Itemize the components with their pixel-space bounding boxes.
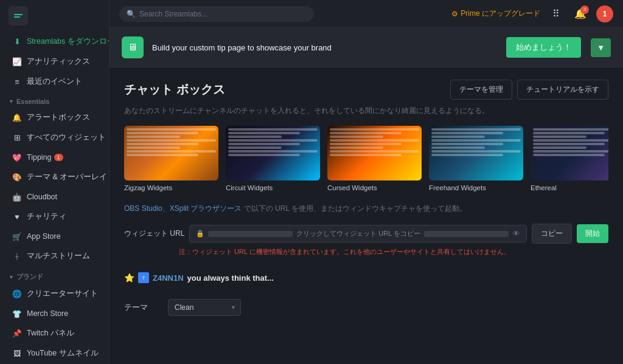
widget-url-input[interactable]: 🔒 クリックしてウィジェット URL をコピー 👁 (189, 225, 527, 242)
avatar[interactable]: 1 (596, 5, 613, 22)
theme-select-wrap: Clean Dark Light Neon (168, 299, 241, 316)
chat-preview: ⭐ T Z4NN1N you always think that... (124, 266, 608, 289)
analytics-icon: 📈 (12, 57, 22, 67)
widget-label: Cursed Widgets (327, 184, 422, 191)
chat-avatar: T (138, 272, 149, 283)
svg-rect-2 (14, 16, 20, 18)
star-icon: ⭐ (124, 273, 134, 283)
page-title: チャット ボックス (124, 81, 225, 98)
theme-label: テーマ (124, 302, 161, 313)
start-button[interactable]: 開始 (577, 224, 608, 243)
header-right: ⚙ Prime にアップグレード ⠿ 🔔 3 1 (451, 5, 613, 22)
widget-overlay (431, 128, 521, 157)
sidebar-item-alert-box[interactable]: 🔔 アラートボックス (4, 108, 105, 127)
url-blurred-value (208, 231, 293, 237)
sidebar-item-label: Merch Store (27, 309, 68, 318)
widget-card-zigzag[interactable]: Zigzag Widgets (124, 126, 218, 191)
sidebar-item-label: Tipping (27, 153, 52, 162)
monitor-icon: 🖥 (128, 42, 137, 53)
widget-thumb-cursed (327, 126, 422, 180)
sidebar-item-recent-events[interactable]: ≡ 最近のイベント (4, 72, 105, 91)
widget-card-cursed[interactable]: Cursed Widgets (327, 126, 422, 191)
sidebar-item-tipping[interactable]: 💖 Tipping 1 (4, 148, 105, 167)
sidebar-logo (0, 0, 109, 32)
widget-url-row: ウィジェット URL 🔒 クリックしてウィジェット URL をコピー 👁 コピー… (124, 224, 608, 244)
widget-url-label: ウィジェット URL (124, 228, 184, 239)
sidebar-item-cloudbot[interactable]: 🤖 Cloudbot (4, 188, 105, 206)
url-copy-hint: クリックしてウィジェット URL をコピー (296, 229, 420, 238)
sidebar-item-label: Streamlabs をダウンロード (27, 36, 110, 47)
sidebar-item-themes[interactable]: 🎨 テーマ & オーバーレイ (4, 168, 105, 187)
brand-section: ▼ ブランド (0, 266, 109, 284)
sidebar-item-label: 最近のイベント (27, 77, 82, 87)
widget-overlay (533, 128, 608, 157)
widget-label: Ethereal (531, 184, 608, 191)
multistream-icon: ⟊ (12, 252, 22, 261)
tipping-badge: 1 (54, 154, 63, 161)
widgets-icon: ⊞ (12, 133, 22, 143)
manage-themes-button[interactable]: テーマを管理 (450, 80, 512, 100)
page-body: チャット ボックス テーマを管理 チュートリアルを示す あなたのストリームにチャ… (110, 67, 623, 328)
lock-icon: 🔒 (196, 230, 204, 238)
grid-icon: ⠿ (552, 8, 560, 19)
widget-label: Freehand Widgets (429, 184, 523, 191)
main-panel: 🔍 ⚙ Prime にアップグレード ⠿ 🔔 3 1 🖥 (110, 0, 623, 364)
cloudbot-icon: 🤖 (12, 192, 22, 202)
sidebar: ⬇ Streamlabs をダウンロード 📈 アナリティックス ≡ 最近のイベン… (0, 0, 110, 364)
prime-upgrade-button[interactable]: ⚙ Prime にアップグレード (451, 9, 540, 19)
sidebar-item-creator-site[interactable]: 🌐 クリエーターサイト (4, 284, 105, 303)
sidebar-item-label: すべてのウィジェット (27, 132, 106, 143)
widget-card-ethereal[interactable]: Ethereal (531, 126, 608, 191)
banner-chevron-button[interactable]: ▼ (591, 38, 611, 57)
widget-thumb-circuit (226, 126, 320, 180)
widget-overlay (127, 128, 216, 157)
widget-card-freehand[interactable]: Freehand Widgets (429, 126, 523, 191)
widget-thumb-freehand (429, 126, 523, 180)
widget-label: Circuit Widgets (226, 184, 320, 191)
search-input[interactable] (139, 10, 307, 18)
widget-card-circuit[interactable]: Circuit Widgets (226, 126, 320, 191)
theme-select[interactable]: Clean Dark Light Neon (168, 299, 241, 316)
widget-grid: Zigzag Widgets (124, 126, 608, 191)
sidebar-item-merch-store[interactable]: 👕 Merch Store (4, 304, 105, 323)
sidebar-item-all-widgets[interactable]: ⊞ すべてのウィジェット (4, 128, 105, 147)
tipping-icon: 💖 (12, 153, 22, 162)
xsplit-link[interactable]: XSplit ブラウザソース (170, 204, 242, 213)
banner-start-button[interactable]: 始めましょう！ (506, 37, 581, 58)
theme-row: テーマ Clean Dark Light Neon (124, 299, 608, 316)
widget-thumb-zigzag (124, 126, 218, 180)
sidebar-item-label: YouTube サムネイル (27, 348, 99, 359)
sidebar-item-twitch-panels[interactable]: 📌 Twitch パネル (4, 324, 105, 343)
sidebar-item-label: テーマ & オーバーレイ (27, 172, 107, 182)
warning-text: 注：ウィジェット URL に機密情報が含まれています。これを他のユーザーやサイト… (179, 247, 608, 256)
notifications-button[interactable]: 🔔 3 (572, 5, 589, 22)
obs-links: OBS Studio、XSplit ブラウザソース で以下の URL を使用、ま… (124, 204, 608, 214)
sidebar-item-multistream[interactable]: ⟊ マルチストリーム (4, 247, 105, 266)
charity-icon: ♥ (12, 212, 22, 222)
widget-label: Zigzag Widgets (124, 184, 218, 191)
chat-message: you always think that... (187, 273, 274, 283)
sidebar-item-analytics[interactable]: 📈 アナリティックス (4, 52, 105, 71)
grid-button[interactable]: ⠿ (548, 5, 565, 22)
copy-button[interactable]: コピー (532, 224, 572, 244)
sidebar-item-label: Twitch パネル (27, 328, 74, 338)
widget-thumb-ethereal (531, 126, 608, 180)
sidebar-item-app-store[interactable]: 🛒 App Store (4, 227, 105, 246)
chevron-icon: ▼ (9, 274, 14, 280)
eye-icon[interactable]: 👁 (512, 229, 520, 238)
chevron-icon: ▼ (9, 98, 14, 105)
sidebar-item-charity[interactable]: ♥ チャリティ (4, 207, 105, 226)
list-icon: ≡ (12, 77, 22, 87)
promo-banner: 🖥 Build your custom tip page to showcase… (110, 28, 623, 67)
chat-username: Z4NN1N (153, 273, 184, 283)
sidebar-item-youtube-thumbnails[interactable]: 🖼 YouTube サムネイル (4, 344, 105, 363)
notif-badge: 3 (580, 5, 589, 14)
download-icon: ⬇ (12, 37, 22, 47)
page-actions: テーマを管理 チュートリアルを示す (450, 80, 608, 100)
obs-studio-link[interactable]: OBS Studio (124, 204, 162, 213)
sidebar-item-download[interactable]: ⬇ Streamlabs をダウンロード (4, 32, 105, 51)
page-subtitle: あなたのストリームにチャンネルのチャットを入れると、それをしている間にかなり綺麗… (124, 106, 608, 116)
tutorial-button[interactable]: チュートリアルを示す (517, 80, 608, 100)
search-bar[interactable]: 🔍 (119, 6, 314, 22)
themes-icon: 🎨 (12, 173, 22, 182)
